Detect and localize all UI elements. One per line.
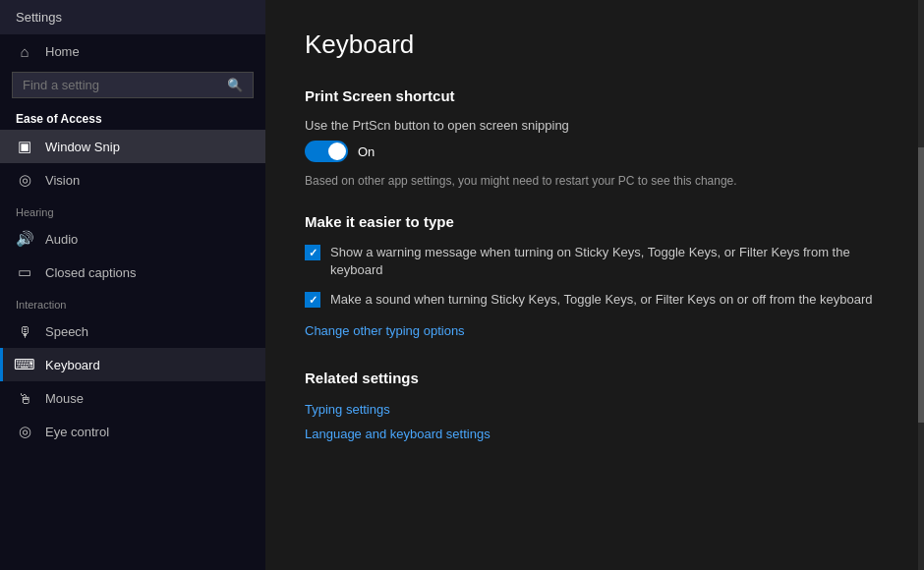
- search-icon: 🔍: [227, 78, 243, 92]
- sidebar-item-eye-control[interactable]: ◎ Eye control: [0, 415, 265, 448]
- interaction-section-label: Interaction: [0, 289, 265, 314]
- sidebar-item-mouse[interactable]: 🖱 Mouse: [0, 381, 265, 415]
- main-content: Keyboard Print Screen shortcut Use the P…: [265, 0, 924, 570]
- sidebar-item-label-speech: Speech: [45, 324, 88, 339]
- closed-captions-icon: ▭: [16, 263, 33, 281]
- prtscn-toggle[interactable]: [305, 141, 348, 162]
- sidebar-item-keyboard[interactable]: ⌨ Keyboard: [0, 348, 265, 381]
- sidebar-item-audio[interactable]: 🔊 Audio: [0, 222, 265, 256]
- scrollbar-track[interactable]: [918, 0, 924, 570]
- prtscn-setting-label: Use the PrtScn button to open screen sni…: [305, 118, 885, 133]
- prtscn-toggle-label: On: [358, 144, 375, 159]
- change-typing-options-link[interactable]: Change other typing options: [305, 323, 465, 338]
- sidebar-item-label-closed-captions: Closed captions: [45, 265, 137, 280]
- search-box[interactable]: 🔍: [12, 72, 254, 98]
- sidebar-item-speech[interactable]: 🎙 Speech: [0, 314, 265, 348]
- make-easier-section-title: Make it easier to type: [305, 213, 885, 230]
- sidebar-item-label-window-snip: Window Snip: [45, 140, 120, 154]
- hearing-section-label: Hearing: [0, 197, 265, 222]
- window-snip-icon: ▣: [16, 138, 33, 155]
- sidebar-item-label-keyboard: Keyboard: [45, 358, 100, 372]
- make-easier-section: Make it easier to type Show a warning me…: [305, 213, 885, 346]
- scrollbar-thumb[interactable]: [918, 147, 924, 423]
- print-screen-section-title: Print Screen shortcut: [305, 87, 885, 104]
- sidebar-item-home[interactable]: ⌂ Home: [0, 34, 265, 68]
- home-label: Home: [45, 44, 80, 59]
- sidebar: Settings ⌂ Home 🔍 Ease of Access ▣ Windo…: [0, 0, 265, 570]
- checkbox-row-sticky-warning: Show a warning message when turning on S…: [305, 244, 885, 279]
- eye-control-icon: ◎: [16, 423, 33, 440]
- keyboard-icon: ⌨: [16, 356, 33, 373]
- sidebar-item-closed-captions[interactable]: ▭ Closed captions: [0, 256, 265, 289]
- sidebar-item-label-mouse: Mouse: [45, 391, 84, 406]
- mouse-icon: 🖱: [16, 389, 33, 407]
- checkbox-sticky-sound[interactable]: [305, 292, 320, 308]
- prtscn-toggle-row: On: [305, 141, 885, 162]
- typing-settings-link[interactable]: Typing settings: [305, 402, 390, 417]
- sidebar-item-window-snip[interactable]: ▣ Window Snip: [0, 130, 265, 163]
- sidebar-item-label-eye-control: Eye control: [45, 425, 109, 439]
- checkbox-sticky-warning[interactable]: [305, 245, 320, 260]
- checkbox-text-sticky-warning: Show a warning message when turning on S…: [330, 244, 885, 279]
- search-input[interactable]: [23, 78, 219, 92]
- page-title: Keyboard: [305, 29, 885, 60]
- app-title: Settings: [16, 10, 62, 25]
- language-keyboard-settings-link[interactable]: Language and keyboard settings: [305, 427, 491, 441]
- checkbox-row-sticky-sound: Make a sound when turning Sticky Keys, T…: [305, 291, 885, 309]
- related-settings-section: Related settings Typing settings Languag…: [305, 370, 885, 449]
- audio-icon: 🔊: [16, 230, 33, 248]
- speech-icon: 🎙: [16, 322, 33, 340]
- print-screen-section: Print Screen shortcut Use the PrtScn but…: [305, 87, 885, 190]
- checkbox-text-sticky-sound: Make a sound when turning Sticky Keys, T…: [330, 291, 873, 309]
- prtscn-info-text: Based on other app settings, you might n…: [305, 172, 885, 190]
- related-settings-title: Related settings: [305, 370, 885, 386]
- vision-icon: ◎: [16, 171, 33, 189]
- sidebar-item-vision[interactable]: ◎ Vision: [0, 163, 265, 197]
- sidebar-item-label-audio: Audio: [45, 232, 78, 247]
- sidebar-item-label-vision: Vision: [45, 173, 80, 188]
- home-icon: ⌂: [16, 42, 33, 60]
- app-title-bar: Settings: [0, 0, 265, 34]
- ease-of-access-label: Ease of Access: [0, 106, 265, 130]
